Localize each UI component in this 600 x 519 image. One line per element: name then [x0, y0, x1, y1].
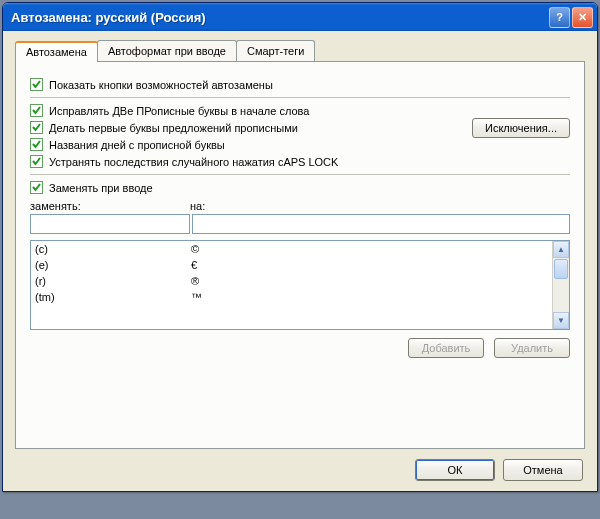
close-icon: ✕	[578, 11, 587, 24]
list-cell-from: (r)	[35, 275, 191, 287]
delete-button[interactable]: Удалить	[494, 338, 570, 358]
chevron-down-icon: ▼	[557, 316, 565, 325]
checkbox-two-caps[interactable]	[30, 104, 43, 117]
tab-strip: Автозамена Автоформат при вводе Смарт-те…	[15, 40, 585, 61]
add-button[interactable]: Добавить	[408, 338, 484, 358]
checkbox-caps-lock[interactable]	[30, 155, 43, 168]
list-cell-to: ®	[191, 275, 199, 287]
autocorrect-dialog: Автозамена: русский (Россия) ? ✕ Автозам…	[2, 2, 598, 492]
column-header-with: на:	[190, 200, 205, 212]
list-cell-to: €	[191, 259, 197, 271]
scroll-thumb[interactable]	[554, 259, 568, 279]
checkbox-day-names[interactable]	[30, 138, 43, 151]
checkbox-label: Показать кнопки возможностей автозамены	[49, 79, 273, 91]
scroll-down-button[interactable]: ▼	[553, 312, 569, 329]
list-cell-from: (e)	[35, 259, 191, 271]
replace-input[interactable]	[30, 214, 190, 234]
checkbox-label: Заменять при вводе	[49, 182, 153, 194]
replacements-list[interactable]: (c) © (e) € (r) ® (tm) ™	[30, 240, 570, 330]
list-cell-to: ™	[191, 291, 202, 303]
window-title: Автозамена: русский (Россия)	[11, 10, 549, 25]
list-item[interactable]: (tm) ™	[31, 289, 552, 305]
list-item[interactable]: (c) ©	[31, 241, 552, 257]
tab-autoformat[interactable]: Автоформат при вводе	[97, 40, 237, 61]
help-button[interactable]: ?	[549, 7, 570, 28]
list-cell-from: (tm)	[35, 291, 191, 303]
tab-smart-tags[interactable]: Смарт-теги	[236, 40, 315, 61]
tab-label: Автоформат при вводе	[108, 45, 226, 57]
cancel-button[interactable]: Отмена	[503, 459, 583, 481]
tab-label: Смарт-теги	[247, 45, 304, 57]
tab-label: Автозамена	[26, 46, 87, 58]
checkbox-replace-on-type[interactable]	[30, 181, 43, 194]
column-header-replace: заменять:	[30, 200, 190, 212]
tab-autocorrect[interactable]: Автозамена	[15, 41, 98, 62]
list-cell-from: (c)	[35, 243, 191, 255]
list-item[interactable]: (r) ®	[31, 273, 552, 289]
question-icon: ?	[556, 11, 563, 23]
checkbox-sentence-cap[interactable]	[30, 121, 43, 134]
list-item[interactable]: (e) €	[31, 257, 552, 273]
with-input[interactable]	[192, 214, 570, 234]
checkbox-label: Устранять последствия случайного нажатия…	[49, 156, 338, 168]
checkbox-show-buttons[interactable]	[30, 78, 43, 91]
divider	[30, 174, 570, 175]
checkbox-label: Делать первые буквы предложений прописны…	[49, 122, 298, 134]
tab-panel: Показать кнопки возможностей автозамены …	[15, 61, 585, 449]
list-cell-to: ©	[191, 243, 199, 255]
checkbox-label: Исправлять ДВе ПРописные буквы в начале …	[49, 105, 309, 117]
scroll-track[interactable]	[553, 258, 569, 312]
ok-button[interactable]: ОК	[415, 459, 495, 481]
chevron-up-icon: ▲	[557, 245, 565, 254]
titlebar[interactable]: Автозамена: русский (Россия) ? ✕	[3, 3, 597, 31]
scrollbar[interactable]: ▲ ▼	[552, 241, 569, 329]
checkbox-label: Названия дней с прописной буквы	[49, 139, 225, 151]
client-area: Автозамена Автоформат при вводе Смарт-те…	[3, 31, 597, 491]
divider	[30, 97, 570, 98]
scroll-up-button[interactable]: ▲	[553, 241, 569, 258]
exceptions-button[interactable]: Исключения...	[472, 118, 570, 138]
close-button[interactable]: ✕	[572, 7, 593, 28]
